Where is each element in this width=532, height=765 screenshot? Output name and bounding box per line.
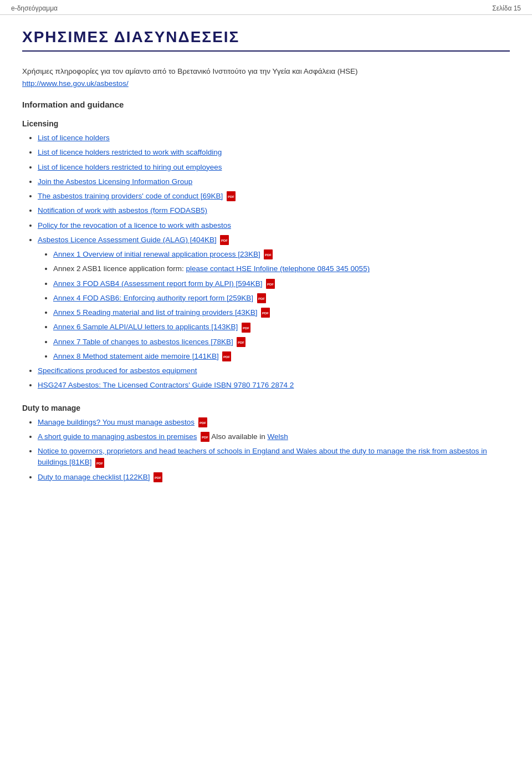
pdf-icon: PDF xyxy=(227,191,236,201)
specs-equipment-link[interactable]: Specifications produced for asbestos equ… xyxy=(38,366,197,375)
policy-revocation-link[interactable]: Policy for the revocation of a licence t… xyxy=(38,221,231,230)
duty-manage-list: Manage buildings? You must manage asbest… xyxy=(22,417,510,483)
hse-url-link[interactable]: http://www.hse.gov.uk/asbestos/ xyxy=(22,79,129,88)
licensing-heading: Licensing xyxy=(22,119,510,128)
pdf-icon: PDF xyxy=(257,293,266,303)
header-left: e-δησεόγραμμα xyxy=(11,4,58,12)
list-item: Notice to governors, proprietors and hea… xyxy=(38,446,510,468)
licensing-list: List of licence holders List of licence … xyxy=(22,132,510,391)
pdf-icon: PDF xyxy=(261,308,270,318)
list-item: Annex 8 Method statement aide memoire [1… xyxy=(53,351,510,362)
notice-governors-link[interactable]: Notice to governors, proprietors and hea… xyxy=(38,447,487,466)
list-item: Annex 3 FOD ASB4 (Assessment report form… xyxy=(53,278,510,289)
list-item: Annex 7 Table of changes to asbestos lic… xyxy=(53,336,510,348)
list-item: Annex 6 Sample ALPI/ALU letters to appli… xyxy=(53,322,510,333)
annex8-link[interactable]: Annex 8 Method statement aide memoire [1… xyxy=(53,352,219,360)
short-guide-link[interactable]: A short guide to managing asbestos in pr… xyxy=(38,432,197,441)
list-licence-holders-link[interactable]: List of licence holders xyxy=(38,134,110,142)
svg-text:PDF: PDF xyxy=(221,239,228,242)
list-item: Duty to manage checklist [122KB] PDF xyxy=(38,472,510,483)
list-item: Annex 1 Overview of initial renewal appl… xyxy=(53,249,510,260)
svg-text:PDF: PDF xyxy=(155,476,161,480)
hsg247-link[interactable]: HSG247 Asbestos: The Licensed Contractor… xyxy=(38,381,294,389)
list-item: Notification of work with asbestos (form… xyxy=(38,205,510,216)
pdf-icon: PDF xyxy=(220,235,229,245)
list-item: The asbestos training providers' code of… xyxy=(38,191,510,202)
pdf-icon: PDF xyxy=(264,249,273,259)
annex2-link[interactable]: please contact HSE Infoline (telephone 0… xyxy=(186,264,370,273)
list-item: Policy for the revocation of a licence t… xyxy=(38,220,510,231)
list-item: Annex 4 FOD ASB6: Enforcing authority re… xyxy=(53,293,510,304)
annex2-prefix: Annex 2 ASB1 licence application form: xyxy=(53,264,186,273)
svg-text:PDF: PDF xyxy=(223,355,230,359)
header-right: Σελίδα 15 xyxy=(492,4,521,12)
list-item: List of licence holders restricted to wo… xyxy=(38,147,510,158)
list-licence-holders-scaffolding-link[interactable]: List of licence holders restricted to wo… xyxy=(38,148,222,156)
list-item: Annex 5 Reading material and list of tra… xyxy=(53,307,510,318)
pdf-icon: PDF xyxy=(201,432,209,442)
annex1-link[interactable]: Annex 1 Overview of initial renewal appl… xyxy=(53,250,260,258)
svg-text:PDF: PDF xyxy=(243,327,249,330)
list-licence-holders-employees-link[interactable]: List of licence holders restricted to hi… xyxy=(38,163,222,171)
list-item: Join the Asbestos Licensing Information … xyxy=(38,176,510,187)
pdf-icon: PDF xyxy=(95,458,104,468)
list-item: Manage buildings? You must manage asbest… xyxy=(38,417,510,428)
page-header: e-δησεόγραμμα Σελίδα 15 xyxy=(0,0,532,15)
join-asbestos-group-link[interactable]: Join the Asbestos Licensing Information … xyxy=(38,177,192,186)
list-item: A short guide to managing asbestos in pr… xyxy=(38,431,510,442)
pdf-icon: PDF xyxy=(198,417,207,427)
pdf-icon: PDF xyxy=(222,351,231,361)
page-title: ΧΡΗΣΙΜΕΣ ΔΙΑΣΥΝΔΕΣΕΙΣ xyxy=(22,28,510,52)
svg-text:PDF: PDF xyxy=(228,195,234,198)
intro-text: Χρήσιμες πληροφορίες για τον αμίαντο από… xyxy=(22,67,510,75)
annex4-link[interactable]: Annex 4 FOD ASB6: Enforcing authority re… xyxy=(53,294,253,302)
svg-text:PDF: PDF xyxy=(262,312,269,315)
list-item: List of licence holders xyxy=(38,132,510,144)
pdf-icon: PDF xyxy=(154,472,162,482)
page-content: ΧΡΗΣΙΜΕΣ ΔΙΑΣΥΝΔΕΣΕΙΣ Χρήσιμες πληροφορί… xyxy=(0,15,532,508)
list-item: Specifications produced for asbestos equ… xyxy=(38,365,510,376)
annex-list: Annex 1 Overview of initial renewal appl… xyxy=(38,249,510,362)
manage-buildings-link[interactable]: Manage buildings? You must manage asbest… xyxy=(38,418,195,426)
notification-form-link[interactable]: Notification of work with asbestos (form… xyxy=(38,206,207,215)
svg-text:PDF: PDF xyxy=(202,436,208,439)
asbestos-training-code-link[interactable]: The asbestos training providers' code of… xyxy=(38,192,223,200)
pdf-icon: PDF xyxy=(242,323,250,333)
svg-text:PDF: PDF xyxy=(258,297,265,300)
alag-link[interactable]: Asbestos Licence Assessment Guide (ALAG)… xyxy=(38,236,217,244)
pdf-icon: PDF xyxy=(237,337,245,347)
svg-text:PDF: PDF xyxy=(96,462,103,465)
annex3-link[interactable]: Annex 3 FOD ASB4 (Assessment report form… xyxy=(53,279,262,288)
annex5-link[interactable]: Annex 5 Reading material and list of tra… xyxy=(53,308,257,317)
svg-text:PDF: PDF xyxy=(238,341,244,344)
also-available-text: Also available in xyxy=(211,432,267,441)
list-item: List of licence holders restricted to hi… xyxy=(38,162,510,173)
list-item: Asbestos Licence Assessment Guide (ALAG)… xyxy=(38,234,510,362)
svg-text:PDF: PDF xyxy=(265,253,272,257)
list-item: Annex 2 ASB1 licence application form: p… xyxy=(53,263,510,274)
svg-text:PDF: PDF xyxy=(267,283,274,286)
list-item: HSG247 Asbestos: The Licensed Contractor… xyxy=(38,380,510,391)
annex7-link[interactable]: Annex 7 Table of changes to asbestos lic… xyxy=(53,338,233,346)
welsh-link[interactable]: Welsh xyxy=(268,432,288,441)
annex6-link[interactable]: Annex 6 Sample ALPI/ALU letters to appli… xyxy=(53,323,238,331)
duty-checklist-link[interactable]: Duty to manage checklist [122KB] xyxy=(38,473,150,481)
duty-manage-heading: Duty to manage xyxy=(22,404,510,412)
info-guidance-heading: Information and guidance xyxy=(22,100,510,109)
svg-text:PDF: PDF xyxy=(200,421,206,425)
pdf-icon: PDF xyxy=(266,279,275,289)
